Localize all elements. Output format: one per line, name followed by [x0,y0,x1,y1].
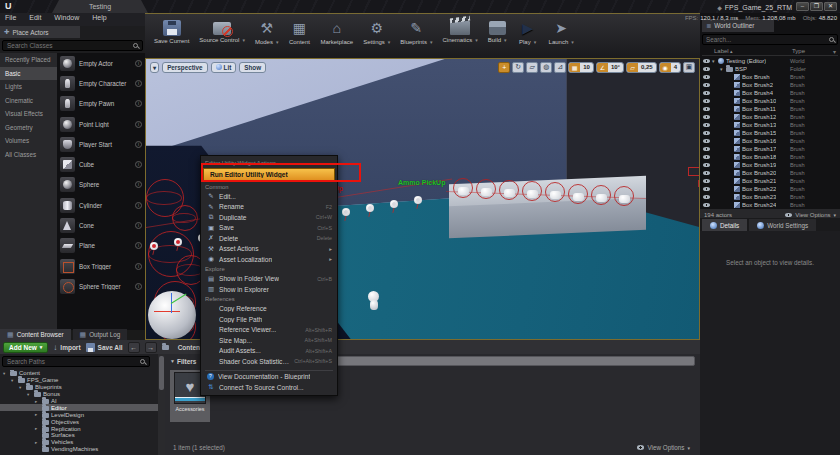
add-new-button[interactable]: Add New [3,342,48,353]
placeable-actor-item[interactable]: Player Start i [57,134,145,154]
placeable-actor-item[interactable]: Sphere Trigger i [57,276,145,296]
lit-mode-button[interactable]: Lit [211,62,237,73]
dock-tab[interactable]: ▦ Content Browser [0,329,71,340]
context-menu-entry[interactable]: ? View Documentation - Blueprint ▸ [201,372,337,383]
outliner-row[interactable]: Box Brush15 Brush [700,129,840,137]
level-tab[interactable]: Testing [52,0,148,13]
show-flags-button[interactable]: Show [239,62,266,73]
visibility-eye-icon[interactable] [703,107,710,112]
toolbar-button[interactable]: ➤ Launch [544,15,579,58]
close-button[interactable]: ✕ [824,2,837,11]
toolbar-button[interactable]: Save Current [149,15,194,58]
outliner-row[interactable]: Box Brush16 Brush [700,137,840,145]
menu-item[interactable]: Window [54,14,79,21]
context-menu-entry[interactable]: ▣ Save Ctrl+S ▸ [201,223,337,234]
folder-tree-item[interactable]: VendingMachines [0,446,158,453]
visibility-eye-icon[interactable] [703,123,710,128]
column-options-icon[interactable]: ▾ [833,48,836,55]
search-classes-input[interactable]: Search Classes [2,40,143,51]
toolbar-button[interactable]: ✎ Blueprints [395,15,437,58]
visibility-eye-icon[interactable] [703,83,710,88]
toolbar-button[interactable]: Source Control [194,15,250,58]
outliner-row[interactable]: Box Brush20 Brush [700,169,840,177]
outliner-row[interactable]: ▾ Testing (Editor) World [700,57,840,65]
context-menu-entry[interactable]: ✎ Edit... ▸ [201,191,337,202]
context-menu-entry[interactable]: ◉ Asset Localization ▸ [201,254,337,265]
outliner-row[interactable]: Box Brush11 Brush [700,105,840,113]
category-item[interactable]: Cinematic [0,94,57,108]
placeable-actor-item[interactable]: Plane i [57,236,145,256]
maximize-button[interactable]: ❐ [810,2,823,11]
visibility-eye-icon[interactable] [703,195,710,200]
visibility-eye-icon[interactable] [703,67,710,72]
outliner-row[interactable]: Box Brush23 Brush [700,193,840,201]
tree-scrollbar[interactable] [158,354,165,455]
context-menu-entry[interactable]: ⚒ Asset Actions ▸ [201,244,337,255]
context-menu-entry[interactable]: Shader Cook Statistics... Ctrl+Alt+Shift… [201,356,337,367]
outliner-row[interactable]: Box Brush2 Brush [700,81,840,89]
visibility-eye-icon[interactable] [703,91,710,96]
search-paths-input[interactable]: Search Paths [2,356,150,367]
outliner-row[interactable]: Box Brush13 Brush [700,121,840,129]
folder-tree-item[interactable]: Editor [0,404,158,411]
folder-tree-item[interactable]: Surfaces [0,432,158,439]
visibility-eye-icon[interactable] [703,131,710,136]
category-item[interactable]: All Classes [0,148,57,162]
context-menu-entry[interactable]: ✗ Delete Delete ▸ [201,233,337,244]
toolbar-button[interactable]: ⌂ Marketplace [315,15,358,58]
placeable-actor-item[interactable]: Cube i [57,154,145,174]
outliner-row[interactable]: Box Brush17 Brush [700,145,840,153]
category-item[interactable]: Volumes [0,134,57,148]
menu-item[interactable]: Edit [29,14,41,21]
snap-setting[interactable]: ∠ 10° [596,62,624,73]
outliner-row[interactable]: Box Brush4 Brush [700,89,840,97]
placeable-actor-item[interactable]: Box Trigger i [57,256,145,276]
placeable-actor-item[interactable]: Sphere i [57,175,145,195]
toolbar-button[interactable]: ⚒ Modes [250,15,284,58]
outliner-row[interactable]: Box Brush22 Brush [700,185,840,193]
placeable-actor-item[interactable]: Empty Actor i [57,53,145,73]
import-button[interactable]: ↓Import [53,343,80,352]
placeable-actor-item[interactable]: Empty Pawn i [57,94,145,114]
category-item[interactable]: Lights [0,80,57,94]
back-button[interactable]: ← [128,342,140,353]
visibility-eye-icon[interactable] [703,99,710,104]
outliner-row[interactable]: Box Brush24 Brush [700,201,840,209]
snap-setting[interactable]: ◉ 4 [659,62,681,73]
dock-tab[interactable]: ▦ Output Log [73,329,128,340]
scrollbar-thumb[interactable] [159,356,164,390]
folder-tree-item[interactable]: ▸ AI [0,398,158,405]
visibility-eye-icon[interactable] [703,115,710,120]
transform-tool[interactable]: ▱ [526,62,538,73]
forward-button[interactable]: → [145,342,157,353]
transform-tool[interactable]: ↻ [512,62,524,73]
folder-tree-item[interactable]: ▾ Content [0,370,158,377]
label-column-header[interactable]: Label [714,48,733,54]
toolbar-button[interactable]: ⚙ Settings [358,15,395,58]
type-column-header[interactable]: Type [792,48,805,54]
visibility-eye-icon[interactable] [703,163,710,168]
visibility-eye-icon[interactable] [703,179,710,184]
toolbar-button[interactable]: ▶ Play [512,15,544,58]
snap-setting[interactable]: ▱ 0,25 [626,62,657,73]
context-menu-entry[interactable]: Copy File Path ▸ [201,314,337,325]
folder-tree-item[interactable]: ▾ Bonus [0,391,158,398]
outliner-row[interactable]: Box Brush21 Brush [700,177,840,185]
visibility-eye-icon[interactable] [703,187,710,192]
outliner-row[interactable]: Box Brush10 Brush [700,97,840,105]
outliner-row[interactable]: Box Brush19 Brush [700,161,840,169]
outliner-search-input[interactable]: Search... [702,34,838,45]
context-menu-entry[interactable]: Audit Assets... Alt+Shift+A ▸ [201,346,337,357]
context-menu-entry[interactable]: Size Map... Alt+Shift+M ▸ [201,335,337,346]
category-item[interactable]: Basic [0,67,57,81]
context-menu-entry[interactable]: ▥ Show in Explorer ▸ [201,284,337,295]
context-menu-entry[interactable]: References ▸ [201,295,337,304]
breadcrumb-segment[interactable]: Content [178,344,203,351]
visibility-eye-icon[interactable] [703,139,710,144]
context-menu-entry[interactable]: ▸ [205,368,333,371]
filters-button[interactable]: Filters [170,358,196,365]
context-menu-entry[interactable]: Copy Reference ▸ [201,304,337,315]
category-item[interactable]: Recently Placed [0,53,57,67]
visibility-eye-icon[interactable] [703,171,710,176]
visibility-eye-icon[interactable] [703,147,710,152]
